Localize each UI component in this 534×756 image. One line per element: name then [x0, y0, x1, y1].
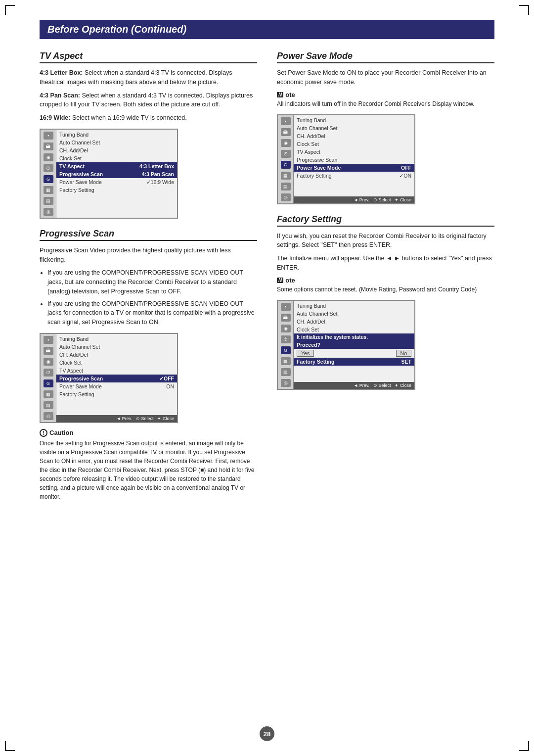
progressive-scan-menu: ▪ 🏔 ◉ ⏱ G ▦ ▤ ◎ Tuning Band Auto Channel…	[40, 333, 178, 423]
menu-prog-factory: Factory Setting	[56, 390, 177, 398]
progressive-scan-desc: Progressive Scan Video provides the high…	[40, 246, 257, 265]
power-save-desc: Set Power Save Mode to ON to place your …	[277, 68, 494, 87]
sidebar-icon-g: G	[44, 175, 53, 183]
menu-rows-power: Tuning Band Auto Channel Set CH. Add/Del…	[294, 115, 414, 196]
menu-power-progressive: Progressive Scan	[294, 156, 414, 164]
menu-power-tvaspect: TV Aspect	[294, 148, 414, 156]
menu-rows-factory: Tuning Band Auto Channel Set CH. Add/Del…	[294, 301, 414, 382]
menu-prog-ch: CH. Add/Del	[56, 351, 177, 359]
menu-sidebar: ▪ 🏔 ◉ ⏱ G ▦ ▤ ◎	[41, 130, 56, 218]
factory-footer-close: ✦ Close	[395, 383, 411, 388]
sidebar3-icon-ant: 🏔	[281, 128, 291, 136]
caution-label: ! Caution	[40, 429, 257, 437]
menu-power-auto: Auto Channel Set	[294, 124, 414, 132]
corner-mark-tl	[5, 5, 15, 15]
power-save-heading: Power Save Mode	[277, 51, 494, 63]
factory-note: N ote Some options cannot be reset. (Mov…	[277, 277, 494, 294]
menu-row-progressive: Progressive Scan4:3 Pan Scan	[56, 170, 177, 178]
sidebar3-icon-clock: ⏱	[281, 150, 291, 158]
sidebar2-icon-disc: ◉	[44, 358, 53, 366]
sidebar3-icon-tv: ▪	[281, 117, 291, 125]
page-number: 28	[260, 726, 274, 741]
bullet-1: If you are using the COMPONENT/PROGRESSI…	[47, 268, 257, 296]
menu-power-footer: ◄ Prev. ⊙ Select ✦ Close	[294, 196, 414, 203]
sidebar2-icon-ant: 🏔	[44, 347, 53, 355]
sidebar4-icon-tv: ▪	[281, 303, 291, 311]
sidebar-icon-grid: ▤	[44, 197, 53, 205]
menu-content: Tuning Band Auto Channel Set CH. Add/Del…	[56, 130, 177, 218]
factory-para-2: The Initialize menu will appear. Use the…	[277, 254, 494, 273]
sidebar-icon-disc: ◉	[44, 153, 53, 161]
sidebar-icon-film: ▦	[44, 186, 53, 194]
sidebar-icon-clock: ⏱	[44, 164, 53, 172]
yes-button[interactable]: Yes	[297, 350, 314, 357]
note-label-text: ote	[285, 91, 295, 98]
menu-factory-footer: ◄ Prev. ⊙ Select ✦ Close	[294, 382, 414, 389]
menu-factory-tuning: Tuning Band	[294, 302, 414, 310]
factory-setting-section: Factory Setting If you wish, you can res…	[277, 214, 494, 390]
power-footer-close: ✦ Close	[395, 197, 411, 202]
menu-content-factory: Tuning Band Auto Channel Set CH. Add/Del…	[294, 301, 414, 389]
factory-menu: ▪ 🏔 ◉ ⏱ G ▦ ▤ ◎ Tuning Band Auto Channel…	[277, 300, 415, 390]
menu-row-clock: Clock Set	[56, 154, 177, 162]
menu-power-tuning: Tuning Band	[294, 116, 414, 124]
tv-aspect-para-3: 16:9 Wide: Select when a 16:9 wide TV is…	[40, 113, 257, 123]
left-column: TV Aspect 4:3 Letter Box: Select when a …	[40, 51, 257, 511]
menu-prog-progressive: Progressive Scan✓OFF	[56, 375, 177, 382]
power-save-note: N ote All indicators will turn off in th…	[277, 91, 494, 108]
note-label-power: N ote	[277, 91, 494, 98]
sidebar-icon-tv: ▪	[44, 132, 53, 140]
note-text-factory: Some options cannot be reset. (Movie Rat…	[277, 285, 494, 294]
caution-block: ! Caution Once the setting for Progressi…	[40, 429, 257, 501]
sidebar4-icon-clock: ⏱	[281, 335, 291, 343]
menu-rows-prog: Tuning Band Auto Channel Set CH. Add/Del…	[56, 334, 177, 415]
caution-title: Caution	[49, 429, 73, 436]
note-text-power: All indicators will turn off in the Reco…	[277, 99, 494, 108]
note-label-factory-text: ote	[285, 277, 295, 284]
menu-row-factory: Factory Setting	[56, 186, 177, 194]
footer-prev: ◄ Prev.	[116, 416, 132, 421]
menu-power-powersave: Power Save ModeOFF	[294, 164, 414, 172]
sidebar4-icon-film: ▦	[281, 357, 291, 365]
factory-para-1: If you wish, you can reset the Recorder …	[277, 232, 494, 250]
progressive-scan-heading: Progressive Scan	[40, 229, 257, 241]
sidebar2-icon-g: G	[44, 379, 53, 387]
sidebar2-icon-film: ▦	[44, 390, 53, 398]
no-button[interactable]: No	[396, 350, 411, 357]
menu-content-power: Tuning Band Auto Channel Set CH. Add/Del…	[294, 115, 414, 203]
factory-setting-heading: Factory Setting	[277, 214, 494, 227]
footer-select: ⊙ Select	[136, 416, 154, 421]
page-title: Before Operation (Continued)	[40, 20, 494, 39]
caution-text: Once the setting for Progressive Scan ou…	[40, 439, 257, 501]
menu-factory-proceed: Proceed?	[294, 341, 414, 349]
sidebar-icon-ant: 🏔	[44, 142, 53, 150]
tv-aspect-section: TV Aspect 4:3 Letter Box: Select when a …	[40, 51, 257, 219]
menu-prog-footer: ◄ Prev. ⊙ Select ✦ Close	[56, 415, 177, 422]
tv-aspect-para-2: 4:3 Pan Scan: Select when a standard 4:3…	[40, 91, 257, 110]
sidebar3-icon-disc: ◉	[281, 139, 291, 147]
footer-close: ✦ Close	[157, 416, 174, 421]
progressive-scan-bullets: If you are using the COMPONENT/PROGRESSI…	[40, 268, 257, 327]
factory-footer-prev: ◄ Prev.	[354, 383, 369, 388]
progressive-scan-section: Progressive Scan Progressive Scan Video …	[40, 229, 257, 501]
sidebar3-icon-film: ▦	[281, 172, 291, 180]
caution-icon: !	[40, 429, 47, 437]
power-footer-select: ⊙ Select	[373, 197, 391, 202]
menu-prog-power: Power Save ModeON	[56, 382, 177, 390]
menu-prog-tvaspect: TV Aspect	[56, 367, 177, 375]
sidebar4-icon-ant: 🏔	[281, 314, 291, 322]
sidebar-icon-globe: ◎	[44, 208, 53, 216]
page-title-text: Before Operation (Continued)	[47, 24, 186, 35]
sidebar4-icon-globe: ◎	[281, 379, 291, 387]
menu-power-clock: Clock Set	[294, 140, 414, 148]
menu-factory-auto: Auto Channel Set	[294, 310, 414, 318]
menu-row-powersave: Power Save Mode✓16:9 Wide	[56, 178, 177, 186]
factory-footer-select: ⊙ Select	[373, 383, 391, 388]
corner-mark-bl	[5, 741, 15, 751]
sidebar2-icon-tv: ▪	[44, 336, 53, 344]
tv-aspect-menu: ▪ 🏔 ◉ ⏱ G ▦ ▤ ◎ Tuning Band Auto Channel…	[40, 129, 178, 219]
menu-row-auto: Auto Channel Set	[56, 139, 177, 146]
sidebar4-icon-disc: ◉	[281, 325, 291, 332]
right-column: Power Save Mode Set Power Save Mode to O…	[277, 51, 494, 511]
corner-mark-tr	[519, 5, 529, 15]
